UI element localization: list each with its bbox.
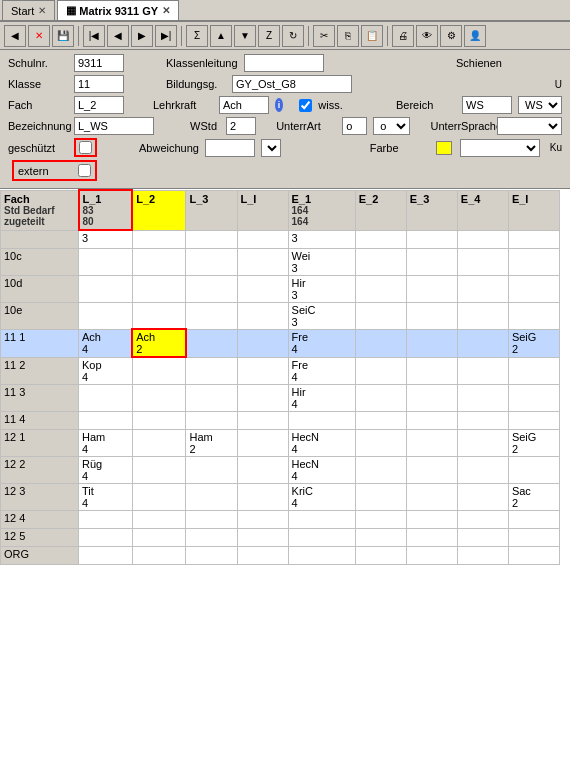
data-cell[interactable] <box>186 510 237 528</box>
data-cell[interactable] <box>406 384 457 411</box>
fach-input[interactable] <box>74 96 124 114</box>
data-cell[interactable] <box>457 302 508 329</box>
unterrart-input[interactable] <box>342 117 367 135</box>
toolbar-view-btn[interactable]: 👁 <box>416 25 438 47</box>
data-cell-selected[interactable]: Ach2 <box>132 329 186 357</box>
data-cell[interactable] <box>508 302 559 329</box>
data-cell[interactable] <box>508 230 559 248</box>
data-cell[interactable] <box>457 411 508 429</box>
data-cell[interactable] <box>457 456 508 483</box>
toolbar-down-btn[interactable]: ▼ <box>234 25 256 47</box>
data-cell[interactable] <box>355 275 406 302</box>
data-cell[interactable] <box>186 230 237 248</box>
data-cell[interactable] <box>355 302 406 329</box>
toolbar-next-btn[interactable]: ▶ <box>131 25 153 47</box>
data-cell[interactable]: HecN4 <box>288 429 355 456</box>
data-cell[interactable] <box>355 411 406 429</box>
data-cell[interactable] <box>406 329 457 357</box>
data-cell[interactable] <box>508 528 559 546</box>
toolbar-first-btn[interactable]: |◀ <box>83 25 105 47</box>
data-cell[interactable] <box>186 546 237 564</box>
data-cell[interactable] <box>508 357 559 384</box>
toolbar-back-btn[interactable]: ◀ <box>4 25 26 47</box>
data-cell[interactable] <box>355 357 406 384</box>
data-cell[interactable] <box>186 528 237 546</box>
klasse-input[interactable] <box>74 75 124 93</box>
data-cell[interactable] <box>355 528 406 546</box>
data-cell[interactable] <box>237 248 288 275</box>
data-cell[interactable] <box>508 510 559 528</box>
tab-start-close[interactable]: ✕ <box>38 5 46 16</box>
data-cell[interactable] <box>355 546 406 564</box>
toolbar-save-btn[interactable]: 💾 <box>52 25 74 47</box>
data-cell[interactable] <box>406 546 457 564</box>
bezeichnung-input[interactable] <box>74 117 154 135</box>
data-cell[interactable] <box>355 329 406 357</box>
farbe-select[interactable] <box>460 139 540 157</box>
data-cell[interactable] <box>132 302 186 329</box>
data-cell[interactable] <box>132 275 186 302</box>
toolbar-print-btn[interactable]: 🖨 <box>392 25 414 47</box>
data-cell[interactable] <box>355 248 406 275</box>
tab-start[interactable]: Start ✕ <box>2 0 55 20</box>
data-cell[interactable]: KriC4 <box>288 483 355 510</box>
data-cell[interactable] <box>406 483 457 510</box>
toolbar-settings-btn[interactable]: ⚙ <box>440 25 462 47</box>
data-cell[interactable]: Fre4 <box>288 329 355 357</box>
data-cell[interactable]: Tit4 <box>79 483 133 510</box>
data-cell[interactable] <box>186 357 237 384</box>
unterrsprache-select[interactable] <box>497 117 562 135</box>
data-cell[interactable] <box>132 411 186 429</box>
data-cell[interactable] <box>186 329 237 357</box>
data-cell[interactable] <box>237 429 288 456</box>
data-cell[interactable]: Ach4 <box>79 329 133 357</box>
data-cell[interactable]: 3 <box>288 230 355 248</box>
data-cell[interactable] <box>406 357 457 384</box>
data-cell[interactable] <box>237 230 288 248</box>
data-cell[interactable] <box>186 384 237 411</box>
data-cell[interactable] <box>457 510 508 528</box>
data-cell[interactable] <box>355 384 406 411</box>
data-cell[interactable] <box>79 275 133 302</box>
toolbar-paste-btn[interactable]: 📋 <box>361 25 383 47</box>
data-cell[interactable] <box>508 411 559 429</box>
data-cell[interactable] <box>355 429 406 456</box>
tab-matrix[interactable]: ▦ Matrix 9311 GY ✕ <box>57 0 179 20</box>
data-cell[interactable]: Wei3 <box>288 248 355 275</box>
data-cell[interactable] <box>132 357 186 384</box>
data-cell[interactable] <box>457 528 508 546</box>
data-cell[interactable] <box>355 456 406 483</box>
data-cell[interactable] <box>288 411 355 429</box>
data-cell[interactable] <box>237 329 288 357</box>
tab-matrix-close[interactable]: ✕ <box>162 5 170 16</box>
data-cell[interactable] <box>79 510 133 528</box>
toolbar-z-btn[interactable]: Z <box>258 25 280 47</box>
lehrkraft-input[interactable] <box>219 96 269 114</box>
wiss-checkbox[interactable] <box>299 99 312 112</box>
data-cell[interactable]: Hir3 <box>288 275 355 302</box>
data-cell[interactable] <box>132 546 186 564</box>
data-cell[interactable]: 3 <box>79 230 133 248</box>
data-cell[interactable] <box>237 528 288 546</box>
toolbar-cut-btn[interactable]: ✂ <box>313 25 335 47</box>
info-icon[interactable]: i <box>275 98 283 112</box>
data-cell[interactable] <box>132 230 186 248</box>
extern-checkbox[interactable] <box>78 164 91 177</box>
data-cell[interactable] <box>237 411 288 429</box>
data-cell[interactable] <box>406 429 457 456</box>
data-cell[interactable] <box>237 546 288 564</box>
schulnr-input[interactable] <box>74 54 124 72</box>
data-cell[interactable] <box>132 248 186 275</box>
data-cell[interactable]: Kop4 <box>79 357 133 384</box>
data-cell[interactable] <box>132 510 186 528</box>
data-cell[interactable] <box>406 302 457 329</box>
data-cell[interactable] <box>406 510 457 528</box>
toolbar-close-btn[interactable]: ✕ <box>28 25 50 47</box>
klassenleitung-input[interactable] <box>244 54 324 72</box>
data-cell[interactable]: SeiG2 <box>508 329 559 357</box>
data-cell[interactable] <box>79 546 133 564</box>
abweichung-select[interactable] <box>261 139 281 157</box>
data-cell[interactable]: Ham4 <box>79 429 133 456</box>
data-cell[interactable]: Rüg4 <box>79 456 133 483</box>
data-cell[interactable] <box>406 456 457 483</box>
